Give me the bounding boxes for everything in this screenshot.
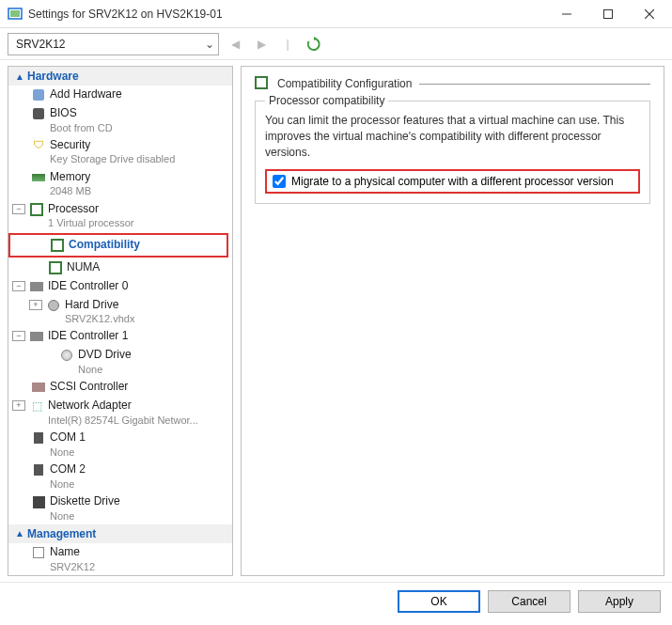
refresh-button[interactable]: [304, 34, 324, 55]
vm-selector-value: SRV2K12: [16, 38, 205, 51]
collapse-icon: ▲: [12, 528, 27, 539]
node-network[interactable]: + ⬚ Network AdapterIntel(R) 82574L Gigab…: [8, 397, 232, 429]
migrate-checkbox-row[interactable]: Migrate to a physical computer with a di…: [265, 169, 640, 194]
minimize-button[interactable]: [546, 1, 587, 27]
node-numa[interactable]: NUMA: [8, 258, 232, 277]
node-compatibility[interactable]: Compatibility: [8, 233, 228, 258]
nav-back-button[interactable]: ◀: [225, 34, 245, 55]
name-icon: [31, 545, 46, 560]
management-label: Management: [27, 527, 96, 540]
svg-rect-1: [10, 10, 20, 17]
node-com2[interactable]: COM 2None: [8, 461, 232, 492]
content-panel: Compatibility Configuration Processor co…: [241, 66, 664, 576]
maximize-button[interactable]: [587, 1, 629, 27]
scsi-icon: [31, 380, 46, 395]
ok-button[interactable]: OK: [398, 590, 480, 613]
vm-selector-dropdown[interactable]: SRV2K12 ⌄: [8, 33, 219, 55]
node-add-hardware[interactable]: Add Hardware: [8, 86, 232, 104]
node-harddrive[interactable]: + Hard DriveSRV2K12.vhdx: [8, 296, 232, 328]
toolbar: SRV2K12 ⌄ ◀ ▶ |: [0, 28, 672, 60]
hardware-label: Hardware: [27, 70, 79, 83]
migrate-checkbox-label: Migrate to a physical computer with a di…: [291, 175, 614, 188]
controller-icon: [29, 329, 44, 344]
hardware-section-header[interactable]: ▲ Hardware: [8, 67, 232, 86]
bios-icon: [31, 106, 46, 121]
node-com1[interactable]: COM 1None: [8, 429, 232, 461]
collapse-toggle[interactable]: −: [12, 204, 25, 214]
memory-icon: [31, 170, 46, 185]
apply-button[interactable]: Apply: [578, 590, 661, 613]
processor-icon: [29, 202, 44, 217]
node-diskette[interactable]: Diskette DriveNone: [8, 492, 232, 524]
node-security[interactable]: 🛡 SecurityKey Storage Drive disabled: [8, 136, 232, 168]
cancel-button[interactable]: Cancel: [488, 590, 570, 613]
processor-icon: [50, 238, 65, 253]
heading-rule: [419, 84, 650, 85]
settings-tree[interactable]: ▲ Hardware Add Hardware BIOSBoot from CD…: [8, 66, 233, 576]
node-bios[interactable]: BIOSBoot from CD: [8, 104, 232, 136]
expand-toggle[interactable]: +: [12, 400, 25, 411]
group-title: Processor compatibility: [265, 94, 388, 107]
node-integration[interactable]: Integration ServicesSome services offere…: [8, 575, 232, 576]
management-section-header[interactable]: ▲ Management: [8, 524, 232, 543]
node-processor[interactable]: − Processor1 Virtual processor: [8, 200, 232, 232]
processor-icon: [255, 76, 270, 91]
com-port-icon: [31, 430, 46, 445]
svg-rect-3: [604, 9, 613, 18]
node-ide0[interactable]: − IDE Controller 0: [8, 277, 232, 296]
window-title: Settings for SRV2K12 on HVS2K19-01: [28, 8, 546, 21]
diskette-icon: [31, 494, 46, 509]
close-button[interactable]: [629, 1, 670, 27]
collapse-icon: ▲: [12, 71, 27, 82]
com-port-icon: [31, 462, 46, 477]
node-scsi[interactable]: SCSI Controller: [8, 378, 232, 397]
panel-title-text: Compatibility Configuration: [277, 77, 412, 90]
processor-compat-group: Processor compatibility You can limit th…: [255, 101, 650, 204]
add-hardware-icon: [31, 87, 46, 102]
panel-heading: Compatibility Configuration: [255, 76, 650, 91]
titlebar: Settings for SRV2K12 on HVS2K19-01: [0, 0, 672, 28]
dialog-footer: OK Cancel Apply: [0, 582, 672, 619]
shield-icon: 🛡: [31, 138, 46, 153]
chevron-down-icon: ⌄: [205, 38, 214, 51]
processor-icon: [48, 260, 63, 275]
node-name[interactable]: NameSRV2K12: [8, 543, 232, 575]
node-memory[interactable]: Memory2048 MB: [8, 168, 232, 200]
group-description: You can limit the processor features tha…: [265, 113, 640, 160]
collapse-toggle[interactable]: −: [12, 331, 25, 341]
toolbar-separator: |: [277, 34, 298, 55]
migrate-checkbox[interactable]: [273, 175, 286, 188]
node-dvd[interactable]: DVD DriveNone: [8, 346, 232, 378]
dvd-icon: [59, 348, 74, 363]
network-icon: ⬚: [29, 398, 44, 414]
nav-forward-button[interactable]: ▶: [251, 34, 272, 55]
expand-toggle[interactable]: +: [29, 300, 42, 310]
collapse-toggle[interactable]: −: [12, 281, 25, 291]
harddrive-icon: [46, 298, 61, 313]
app-icon: [8, 7, 23, 22]
node-ide1[interactable]: − IDE Controller 1: [8, 327, 232, 346]
controller-icon: [29, 279, 44, 294]
